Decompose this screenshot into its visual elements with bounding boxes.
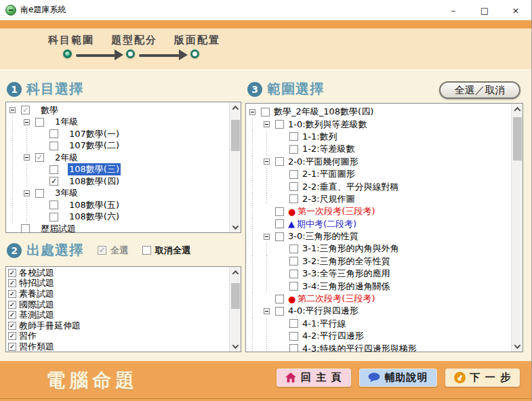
tree-checkbox[interactable] bbox=[289, 270, 298, 278]
tree-checkbox[interactable] bbox=[289, 132, 298, 141]
tree-label[interactable]: 108數學(六) bbox=[68, 211, 121, 223]
scrollbar-down-button[interactable] bbox=[230, 341, 241, 352]
list-item-checkbox[interactable]: ✓ bbox=[8, 332, 16, 340]
scrollbar-up-button[interactable] bbox=[230, 267, 241, 278]
list-item-checkbox[interactable]: ✓ bbox=[8, 290, 16, 298]
tree-checkbox[interactable] bbox=[289, 170, 298, 179]
tree-row[interactable]: 4-2:平行四邊形 bbox=[249, 330, 521, 342]
scrollbar-thumb[interactable] bbox=[231, 283, 240, 309]
list-item[interactable]: ✓特招試題 bbox=[7, 278, 241, 289]
tree-label[interactable]: 第二次段考(三段考) bbox=[296, 293, 376, 305]
tree-row[interactable]: ●第二次段考(三段考) bbox=[249, 293, 521, 305]
tree-label[interactable]: 2-2:垂直、平分與線對稱 bbox=[301, 181, 401, 193]
list-item-checkbox[interactable]: ✓ bbox=[8, 343, 16, 351]
tree-checkbox[interactable] bbox=[49, 200, 58, 209]
tree-label[interactable]: 107數學(二) bbox=[68, 140, 121, 152]
tree-label[interactable]: 1-1:數列 bbox=[301, 131, 339, 143]
tree-row[interactable]: 4-1:平行線 bbox=[249, 318, 521, 330]
scrollbar-up-button[interactable] bbox=[230, 102, 241, 113]
step-label[interactable]: 版面配置 bbox=[174, 34, 220, 47]
tree-expander-minus[interactable] bbox=[24, 119, 30, 125]
tree-checkbox[interactable]: ✓ bbox=[35, 153, 44, 162]
deselect-all-checkbox[interactable] bbox=[142, 246, 151, 255]
list-item-checkbox[interactable]: ✓ bbox=[8, 322, 16, 330]
scrollbar-up-button[interactable] bbox=[512, 104, 523, 114]
tree-label[interactable]: 3-3:全等三角形的應用 bbox=[301, 268, 392, 280]
list-item-checkbox[interactable]: ✓ bbox=[8, 279, 16, 287]
next-step-button[interactable]: 下 一 步 bbox=[445, 368, 520, 387]
tree-row[interactable]: 歷屆試題 bbox=[9, 223, 239, 233]
tree-label[interactable]: 2-0:平面幾何圖形 bbox=[287, 156, 360, 168]
list-item-checkbox[interactable]: ✓ bbox=[8, 269, 16, 277]
tree-row[interactable]: 107數學(一) bbox=[9, 128, 239, 140]
scrollbar-thumb[interactable] bbox=[231, 120, 240, 151]
tree-expander-minus[interactable] bbox=[264, 159, 270, 165]
tree-label[interactable]: 1-2:等差級數 bbox=[301, 143, 356, 155]
tree-row[interactable]: 2-1:平面圖形 bbox=[249, 168, 521, 180]
list-item[interactable]: ✓習作 bbox=[7, 331, 241, 342]
tree-checkbox[interactable]: ✓ bbox=[21, 106, 30, 114]
tree-checkbox[interactable] bbox=[21, 224, 30, 233]
tree-checkbox[interactable] bbox=[289, 344, 298, 352]
tree-label[interactable]: 108數學(四) bbox=[68, 175, 121, 188]
tree-expander-minus[interactable] bbox=[264, 121, 270, 127]
step-dot[interactable] bbox=[190, 49, 199, 58]
tree-row[interactable]: 數學_2年級_108數學(四) bbox=[249, 106, 521, 118]
tree-row[interactable]: ●第一次段考(三段考) bbox=[249, 205, 521, 217]
minimize-button[interactable]: – bbox=[438, 0, 469, 20]
tree-label[interactable]: 2-3:尺規作圖 bbox=[301, 193, 356, 205]
tree-row[interactable]: 1-0:數列與等差級數 bbox=[249, 118, 521, 130]
select-all-checkbox[interactable]: ✓ bbox=[98, 246, 106, 255]
scrollbar[interactable] bbox=[511, 104, 523, 352]
tree-checkbox[interactable] bbox=[35, 189, 44, 198]
tree-checkbox[interactable] bbox=[275, 232, 284, 241]
tree-label[interactable]: 3-0:三角形的性質 bbox=[287, 230, 360, 242]
tree-label[interactable]: 2-1:平面圖形 bbox=[301, 168, 356, 180]
tree-row[interactable]: 1年級 bbox=[9, 117, 239, 129]
tree-checkbox[interactable] bbox=[289, 145, 298, 154]
scrollbar-down-button[interactable] bbox=[230, 221, 241, 232]
tree-checkbox[interactable]: ✓ bbox=[49, 177, 58, 186]
tree-expander-minus[interactable] bbox=[9, 107, 16, 113]
tree-expander-minus[interactable] bbox=[264, 308, 270, 314]
home-button[interactable]: 回 主 頁 bbox=[277, 368, 350, 387]
tree-expander-minus[interactable] bbox=[249, 109, 255, 115]
tree-label[interactable]: 歷屆試題 bbox=[39, 223, 77, 233]
tree-row[interactable]: 3-3:全等三角形的應用 bbox=[249, 268, 521, 280]
tree-checkbox[interactable] bbox=[289, 257, 298, 266]
list-item-checkbox[interactable]: ✓ bbox=[8, 311, 16, 319]
tree-checkbox[interactable] bbox=[275, 207, 284, 216]
tree-label[interactable]: 3年級 bbox=[54, 187, 79, 199]
tree-label[interactable]: 數學 bbox=[39, 104, 60, 117]
tree-label[interactable]: 3-1:三角形的內角與外角 bbox=[301, 242, 401, 255]
select-all-toggle-button[interactable]: 全選／取消 bbox=[439, 81, 520, 99]
tree-expander-minus[interactable] bbox=[24, 190, 30, 196]
list-item[interactable]: ✓習作類題 bbox=[7, 341, 241, 352]
tree-label[interactable]: 1年級 bbox=[54, 116, 79, 128]
tree-row[interactable]: ✓數學 bbox=[9, 104, 239, 117]
tree-row[interactable]: 108數學(六) bbox=[9, 211, 239, 224]
tree-checkbox[interactable] bbox=[275, 157, 284, 166]
tree-row[interactable]: 2-0:平面幾何圖形 bbox=[249, 156, 521, 168]
tree-row[interactable]: 2-2:垂直、平分與線對稱 bbox=[249, 180, 521, 192]
tree-row[interactable]: 3-2:三角形的全等性質 bbox=[249, 255, 521, 268]
tree-label[interactable]: 108數學(三) bbox=[68, 163, 121, 175]
scrollbar-thumb[interactable] bbox=[513, 117, 522, 161]
tree-checkbox[interactable] bbox=[49, 129, 58, 138]
tree-row[interactable]: 3-0:三角形的性質 bbox=[249, 230, 521, 242]
tree-row[interactable]: 4-3:特殊的平行四邊形與梯形 bbox=[249, 342, 521, 352]
list-item[interactable]: ✓國際試題 bbox=[7, 299, 241, 310]
scrollbar[interactable] bbox=[229, 102, 241, 232]
tree-checkbox[interactable] bbox=[275, 307, 284, 316]
step-label[interactable]: 題型配分 bbox=[111, 34, 157, 47]
tree-checkbox[interactable] bbox=[289, 319, 298, 328]
tree-label[interactable]: 數學_2年級_108數學(四) bbox=[272, 106, 375, 118]
tree-label[interactable]: 3-4:三角形的邊角關係 bbox=[301, 280, 392, 293]
tree-label[interactable]: 4-2:平行四邊形 bbox=[301, 330, 365, 342]
tree-row[interactable]: ✓108數學(四) bbox=[9, 175, 239, 188]
list-item-checkbox[interactable]: ✓ bbox=[8, 301, 16, 309]
tree-label[interactable]: 1-0:數列與等差級數 bbox=[287, 119, 369, 131]
list-item[interactable]: ✓教師手冊延伸題 bbox=[7, 320, 241, 331]
step-dot[interactable] bbox=[63, 49, 72, 58]
tree-label[interactable]: 第一次段考(三段考) bbox=[296, 205, 376, 217]
